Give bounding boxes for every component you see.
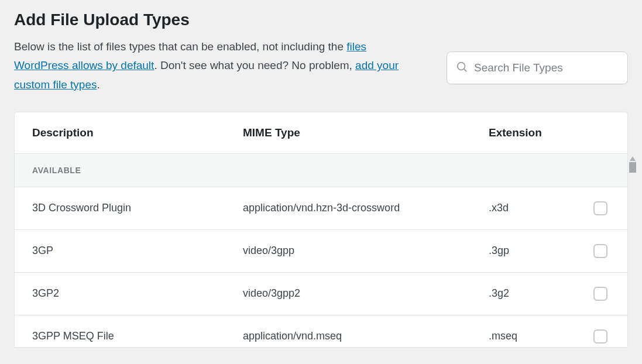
col-mime: MIME Type <box>243 126 489 139</box>
cell-description: 3D Crossword Plugin <box>32 202 243 214</box>
cell-description: 3GP <box>32 245 243 257</box>
cell-extension: .mseq <box>489 330 569 342</box>
table-row: 3GP video/3gpp .3gp <box>15 230 627 273</box>
intro-part-1: Below is the list of files types that ca… <box>14 40 346 53</box>
table-row: 3D Crossword Plugin application/vnd.hzn-… <box>15 187 627 230</box>
cell-extension: .3gp <box>489 245 569 257</box>
cell-description: 3GPP MSEQ File <box>32 330 243 342</box>
file-types-table: Description MIME Type Extension AVAILABL… <box>14 112 628 348</box>
col-toggle <box>569 126 610 139</box>
intro-text: Below is the list of files types that ca… <box>14 37 418 94</box>
row-toggle-checkbox[interactable] <box>593 329 607 344</box>
table-header-row: Description MIME Type Extension <box>15 112 627 154</box>
cell-mime: application/vnd.mseq <box>243 330 489 342</box>
col-extension: Extension <box>489 126 569 139</box>
cell-extension: .3g2 <box>489 287 569 300</box>
intro-part-3: . <box>97 78 100 91</box>
intro-part-2: . Don't see what you need? No problem, <box>154 59 355 71</box>
cell-mime: video/3gpp2 <box>243 287 489 300</box>
cell-mime: application/vnd.hzn-3d-crossword <box>243 202 489 214</box>
row-toggle-checkbox[interactable] <box>593 287 607 301</box>
search-icon <box>455 60 468 75</box>
row-toggle-checkbox[interactable] <box>593 244 607 258</box>
table-row: 3GP2 video/3gpp2 .3g2 <box>15 273 627 315</box>
search-input[interactable] <box>474 61 619 74</box>
svg-point-0 <box>458 63 465 70</box>
page-title: Add File Upload Types <box>14 11 418 29</box>
col-description: Description <box>32 126 243 139</box>
row-toggle-checkbox[interactable] <box>593 201 607 215</box>
scroll-up-icon <box>630 156 636 161</box>
cell-mime: video/3gpp <box>243 245 489 257</box>
table-row: 3GPP MSEQ File application/vnd.mseq .mse… <box>15 315 627 347</box>
cell-extension: .x3d <box>489 202 569 214</box>
cell-description: 3GP2 <box>32 287 243 300</box>
scroll-thumb[interactable] <box>629 162 636 173</box>
scrollbar[interactable] <box>629 156 636 173</box>
search-box[interactable] <box>447 51 628 84</box>
svg-line-1 <box>464 69 466 71</box>
section-available: AVAILABLE <box>15 154 627 187</box>
